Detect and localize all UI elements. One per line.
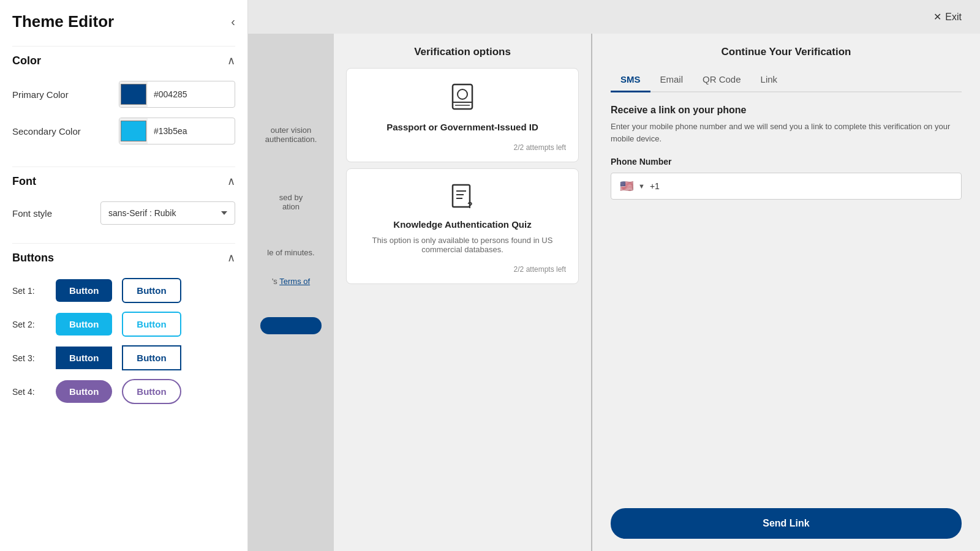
button-set-3-outline[interactable]: Button <box>122 345 181 370</box>
receive-link-title: Receive a link on your phone <box>611 105 962 116</box>
font-style-select[interactable]: sans-Serif : Rubik sans-Serif : Arial se… <box>100 201 235 225</box>
theme-panel: Theme Editor ‹ Color ∧ Primary Color Sec… <box>0 0 248 551</box>
button-set-2-label: Set 2: <box>12 320 46 329</box>
font-section-header[interactable]: Font ∧ <box>12 167 235 195</box>
buttons-section: Buttons ∧ Set 1: Button Button Set 2: Bu… <box>12 243 235 419</box>
button-set-1-label: Set 1: <box>12 286 46 296</box>
quiz-card-attempts: 2/2 attempts left <box>514 265 566 274</box>
phone-number-label: Phone Number <box>611 157 962 167</box>
verification-title: Verification options <box>346 46 579 58</box>
flag-icon: 🇺🇸 <box>620 179 633 193</box>
secondary-color-hex-input[interactable] <box>148 126 235 136</box>
svg-text:?: ? <box>467 200 473 210</box>
font-section-title: Font <box>12 175 36 188</box>
primary-color-input-group <box>119 81 235 108</box>
tab-email[interactable]: Email <box>650 68 693 92</box>
button-set-4-solid[interactable]: Button <box>56 380 112 403</box>
font-section: Font ∧ Font style sans-Serif : Rubik san… <box>12 167 235 237</box>
knowledge-quiz-card[interactable]: ? Knowledge Authentication Quiz This opt… <box>346 168 579 284</box>
button-set-1-solid[interactable]: Button <box>56 279 112 302</box>
primary-color-row: Primary Color <box>12 81 235 108</box>
button-set-4-outline[interactable]: Button <box>122 379 181 404</box>
close-icon: ✕ <box>933 11 941 23</box>
panel-title: Theme Editor <box>12 12 114 31</box>
quiz-card-title: Knowledge Authentication Quiz <box>393 219 531 230</box>
color-section: Color ∧ Primary Color Secondary Color <box>12 46 235 160</box>
button-set-4-row: Set 4: Button Button <box>12 379 235 404</box>
bottom-action-button[interactable] <box>260 317 322 334</box>
phone-input-row: 🇺🇸 ▼ +1 <box>611 173 962 200</box>
quiz-icon: ? <box>450 184 475 213</box>
passport-card-attempts: 2/2 attempts left <box>514 143 566 152</box>
color-section-header[interactable]: Color ∧ <box>12 46 235 75</box>
tab-qr-code[interactable]: QR Code <box>693 68 751 92</box>
color-section-toggle-icon: ∧ <box>227 54 235 67</box>
font-style-row: Font style sans-Serif : Rubik sans-Serif… <box>12 201 235 225</box>
button-set-3-label: Set 3: <box>12 353 46 363</box>
left-partial-text-2: sed byation <box>279 193 303 211</box>
buttons-section-toggle-icon: ∧ <box>227 251 235 264</box>
font-section-content: Font style sans-Serif : Rubik sans-Serif… <box>12 195 235 237</box>
button-set-2-solid[interactable]: Button <box>56 313 112 335</box>
color-section-content: Primary Color Secondary Color <box>12 75 235 160</box>
exit-label: Exit <box>945 12 962 23</box>
svg-point-1 <box>458 89 467 99</box>
verification-panel: Verification options Passport or Governm… <box>334 34 591 551</box>
passport-icon <box>450 83 475 116</box>
font-section-toggle-icon: ∧ <box>227 174 235 188</box>
receive-link-desc: Enter your mobile phone number and we wi… <box>611 121 962 144</box>
continue-verification-panel: Continue Your Verification SMS Email QR … <box>592 34 980 551</box>
primary-color-swatch[interactable] <box>119 81 148 107</box>
tab-link[interactable]: Link <box>751 68 788 92</box>
passport-card[interactable]: Passport or Government-Issued ID 2/2 att… <box>346 68 579 162</box>
verification-tabs: SMS Email QR Code Link <box>611 68 962 92</box>
terms-apostrophe: 's <box>272 277 279 286</box>
left-partial-text-3: le of minutes. <box>267 248 314 257</box>
button-set-3-row: Set 3: Button Button <box>12 345 235 370</box>
buttons-section-content: Set 1: Button Button Set 2: Button Butto… <box>12 272 235 419</box>
secondary-color-input-group <box>119 118 235 144</box>
button-set-1-row: Set 1: Button Button <box>12 278 235 303</box>
secondary-color-label: Secondary Color <box>12 126 81 137</box>
secondary-color-swatch[interactable] <box>119 118 148 144</box>
left-partial-text-1: outer visionauthentication. <box>265 126 317 144</box>
send-link-button[interactable]: Send Link <box>611 508 962 539</box>
buttons-section-header[interactable]: Buttons ∧ <box>12 243 235 272</box>
passport-card-title: Passport or Government-Issued ID <box>386 122 538 132</box>
main-content: outer visionauthentication. sed byation … <box>248 34 980 551</box>
tab-sms[interactable]: SMS <box>611 68 650 92</box>
buttons-section-title: Buttons <box>12 252 54 264</box>
primary-color-hex-input[interactable] <box>148 89 235 99</box>
exit-button[interactable]: ✕ Exit <box>933 11 962 23</box>
left-partial-panel: outer visionauthentication. sed byation … <box>248 34 334 551</box>
button-set-1-outline[interactable]: Button <box>122 278 181 303</box>
continue-title: Continue Your Verification <box>611 46 962 58</box>
button-set-2-outline[interactable]: Button <box>122 312 181 337</box>
button-set-4-label: Set 4: <box>12 387 46 397</box>
quiz-card-subtitle: This option is only available to persons… <box>359 236 566 254</box>
button-set-3-solid[interactable]: Button <box>56 347 112 369</box>
color-section-title: Color <box>12 54 41 67</box>
phone-prefix: +1 <box>650 181 660 191</box>
country-code-dropdown-arrow[interactable]: ▼ <box>638 182 645 190</box>
button-set-2-row: Set 2: Button Button <box>12 312 235 337</box>
panel-collapse-button[interactable]: ‹ <box>231 15 235 29</box>
secondary-color-row: Secondary Color <box>12 118 235 144</box>
font-style-label: Font style <box>12 208 52 219</box>
primary-color-label: Primary Color <box>12 89 69 100</box>
panel-header: Theme Editor ‹ <box>12 12 235 31</box>
terms-of-link[interactable]: Terms of <box>279 277 310 286</box>
